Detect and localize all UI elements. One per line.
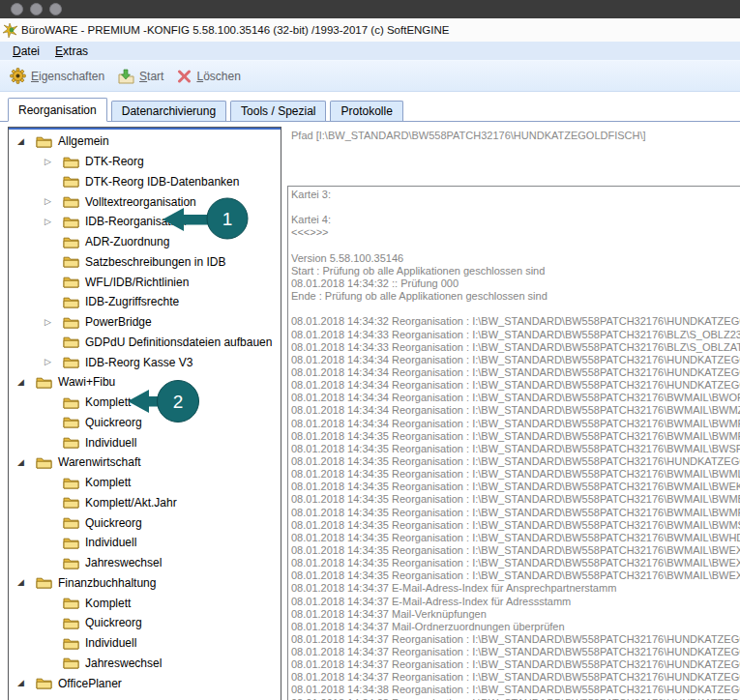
tree-item-komplett[interactable]: Komplett bbox=[9, 473, 281, 493]
eigenschaften-button[interactable]: Eigenschaften bbox=[10, 68, 104, 84]
folder-icon bbox=[63, 216, 79, 228]
tree-item-wawi-fibu[interactable]: ◢Wawi+Fibu bbox=[9, 372, 281, 393]
expander-collapsed-icon[interactable]: ▷ bbox=[44, 358, 63, 366]
tree-item-label: IDB-Reorg Kasse V3 bbox=[85, 356, 192, 369]
tree-item-warenwirtschaft[interactable]: ◢Warenwirtschaft bbox=[9, 452, 281, 473]
tree-item-dtk-reorg[interactable]: ▷DTK-Reorg bbox=[9, 152, 281, 172]
folder-icon bbox=[63, 356, 79, 368]
log-line: 08.01.2018 14:34:34 Reorganisation : I:\… bbox=[291, 418, 740, 430]
tree-item-individuell[interactable]: Individuell bbox=[9, 533, 281, 553]
tree-item-adr-zuordnung[interactable]: ADR-Zuordnung bbox=[9, 232, 281, 252]
log-line: Kartei 3: bbox=[291, 189, 740, 201]
folder-icon bbox=[63, 416, 79, 428]
log-line: 08.01.2018 14:34:37 Reorganisation : I:\… bbox=[291, 633, 740, 646]
folder-icon bbox=[63, 175, 79, 188]
tree-item-jahreswechsel[interactable]: Jahreswechsel bbox=[9, 553, 281, 573]
tree-item-powerbridge[interactable]: ▷PowerBridge bbox=[9, 312, 281, 333]
tree-item-komplett[interactable]: Komplett bbox=[9, 593, 281, 613]
log-line: 08.01.2018 14:34:37 E-Mail-Adress-Index … bbox=[291, 596, 740, 608]
folder-icon bbox=[63, 396, 79, 409]
expander-expanded-icon[interactable]: ◢ bbox=[17, 378, 36, 387]
log-line: 08.01.2018 14:34:34 Reorganisation : I:\… bbox=[291, 366, 740, 379]
tree-item-label: Komplett bbox=[85, 476, 131, 489]
log-line: 08.01.2018 14:34:34 Reorganisation : I:\… bbox=[291, 354, 740, 366]
tree-item-satzbeschreibungen-in-idb[interactable]: Satzbeschreibungen in IDB bbox=[9, 252, 281, 273]
app-icon bbox=[3, 23, 17, 38]
window-title: BüroWARE - PREMIUM -KONFIG 5.58.100.3514… bbox=[21, 24, 450, 36]
folder-icon bbox=[63, 617, 79, 629]
log-line: 08.01.2018 14:34:37 E-Mail-Adress-Index … bbox=[291, 582, 740, 595]
tree-item-quickreorg[interactable]: Quickreorg bbox=[9, 613, 281, 633]
log-line: Kartei 4: bbox=[291, 214, 740, 226]
expander-collapsed-icon[interactable]: ▷ bbox=[44, 197, 63, 206]
tree-item-idb-zugriffsrechte[interactable]: IDB-Zugriffsrechte bbox=[9, 292, 281, 312]
tree-item-allgemein[interactable]: ◢Allgemein bbox=[9, 131, 281, 152]
tree-item-idb-reorganisation[interactable]: ▷IDB-Reorganisation bbox=[9, 212, 281, 232]
tree-item-dtk-reorg-idb-datenbanken[interactable]: DTK-Reorg IDB-Datenbanken bbox=[9, 172, 281, 192]
menu-datei[interactable]: Datei bbox=[5, 44, 47, 58]
window-zoom-button[interactable] bbox=[49, 3, 62, 15]
log-line: 08.01.2018 14:34:37 Reorganisation : I:\… bbox=[291, 671, 740, 684]
tree-item-komplett[interactable]: Komplett bbox=[9, 393, 281, 413]
expander-expanded-icon[interactable]: ◢ bbox=[17, 578, 36, 587]
log-line: 08.01.2018 14:34:33 Reorganisation : I:\… bbox=[291, 329, 740, 341]
log-line: 08.01.2018 14:34:37 Reorganisation : I:\… bbox=[291, 658, 740, 671]
tree-item-quickreorg[interactable]: Quickreorg bbox=[9, 413, 281, 433]
folder-icon bbox=[63, 156, 79, 168]
tree-item-volltextreorganisation[interactable]: ▷Volltextreorganisation bbox=[9, 191, 281, 212]
expander-collapsed-icon[interactable]: ▷ bbox=[44, 318, 63, 327]
tree-item-label: Individuell bbox=[85, 636, 136, 650]
log-line: 08.01.2018 14:34:34 Reorganisation : I:\… bbox=[291, 379, 740, 392]
log-line: 08.01.2018 14:34:35 Reorganisation : I:\… bbox=[291, 507, 740, 519]
tab-datenarchivierung[interactable]: Datenarchivierung bbox=[111, 101, 226, 121]
menu-extras[interactable]: Extras bbox=[47, 44, 96, 58]
folder-icon bbox=[63, 195, 79, 208]
tree-item-label: Wawi+Fibu bbox=[58, 375, 115, 389]
tab-reorganisation[interactable]: Reorganisation bbox=[8, 98, 107, 122]
tree-item-idb-reorg-kasse-v3[interactable]: ▷IDB-Reorg Kasse V3 bbox=[9, 352, 281, 372]
folder-icon bbox=[63, 597, 79, 609]
folder-icon bbox=[63, 335, 79, 348]
log-output[interactable]: Kartei 3:Kartei 4:<<<>>>Version 5.58.100… bbox=[287, 186, 740, 700]
expander-collapsed-icon[interactable]: ▷ bbox=[44, 218, 63, 226]
folder-icon bbox=[63, 296, 79, 308]
folder-icon bbox=[63, 537, 79, 549]
tab-tools-spezial[interactable]: Tools / Spezial bbox=[230, 101, 326, 121]
expander-expanded-icon[interactable]: ◢ bbox=[17, 137, 36, 146]
start-button[interactable]: Start bbox=[118, 69, 163, 84]
tree-item-label: Allgemein bbox=[58, 134, 109, 148]
folder-icon bbox=[36, 677, 52, 689]
tree-item-individuell[interactable]: Individuell bbox=[9, 432, 281, 452]
tree-item-jahreswechsel[interactable]: Jahreswechsel bbox=[9, 654, 281, 674]
window-close-button[interactable] bbox=[11, 3, 23, 15]
tree-item-finanzbuchhaltung[interactable]: ◢Finanzbuchhaltung bbox=[9, 573, 281, 594]
tree-item-officeplaner[interactable]: ◢OfficePlaner bbox=[9, 673, 281, 693]
tree-item-label: Finanzbuchhaltung bbox=[58, 576, 156, 590]
expander-collapsed-icon[interactable]: ▷ bbox=[44, 158, 63, 166]
log-line: 08.01.2018 14:34:35 Reorganisation : I:\… bbox=[291, 544, 740, 557]
tree-item-gdpdu-definitionsdateien-aufbauen[interactable]: GDPdU Definitionsdateien aufbauen bbox=[9, 333, 281, 353]
folder-icon bbox=[63, 496, 79, 509]
expander-expanded-icon[interactable]: ◢ bbox=[17, 679, 36, 687]
tree-item-wfl-idb-richtlinien[interactable]: WFL/IDB/Richtlinien bbox=[9, 272, 281, 292]
loeschen-button[interactable]: Löschen bbox=[177, 70, 240, 83]
window-minimize-button[interactable] bbox=[30, 3, 43, 15]
folder-icon bbox=[63, 516, 79, 529]
tree-item-individuell[interactable]: Individuell bbox=[9, 633, 281, 654]
log-line bbox=[291, 303, 740, 315]
tree-item-label: Quickreorg bbox=[85, 616, 142, 629]
folder-icon bbox=[36, 135, 52, 148]
log-line: 08.01.2018 14:34:32 :: Prüfung 000 bbox=[291, 277, 740, 290]
folder-icon bbox=[63, 255, 79, 268]
tree-item-label: Komplett bbox=[85, 597, 131, 610]
folder-icon bbox=[63, 477, 79, 489]
tree-item-quickreorg[interactable]: Quickreorg bbox=[9, 512, 281, 533]
tab-protokolle[interactable]: Protokolle bbox=[330, 101, 402, 121]
log-line: 08.01.2018 14:34:35 Reorganisation : I:\… bbox=[291, 569, 740, 582]
log-line: Start : Prüfung ob alle Applikationen ge… bbox=[291, 265, 740, 277]
folder-icon bbox=[63, 276, 79, 288]
expander-expanded-icon[interactable]: ◢ bbox=[17, 458, 36, 467]
start-button-label: Start bbox=[139, 70, 163, 83]
tree-item-komplett-akt-jahr[interactable]: Komplett/Akt.Jahr bbox=[9, 493, 281, 513]
mac-window-bar bbox=[0, 0, 740, 18]
